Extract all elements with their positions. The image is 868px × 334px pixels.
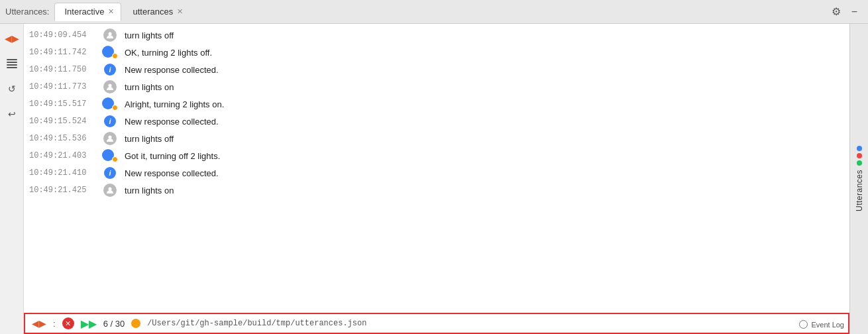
right-panel[interactable]: Utterances xyxy=(849,24,868,334)
utterances-prefix-label: Utterances: xyxy=(5,7,49,17)
timestamp: 10:49:21.410 xyxy=(29,168,95,178)
utterance-text: turn lights on xyxy=(125,82,174,92)
timestamp: 10:49:11.773 xyxy=(29,82,95,91)
timestamp: 10:49:21.425 xyxy=(29,186,95,195)
timestamp: 10:49:11.750 xyxy=(29,65,95,74)
list-item: 10:49:09.454 turn lights off xyxy=(24,27,849,44)
timestamp: 10:49:11.742 xyxy=(29,48,95,57)
event-log-radio[interactable] xyxy=(799,320,808,329)
list-item: 10:49:21.425 turn lights on xyxy=(24,182,849,199)
utterance-text: turn lights on xyxy=(125,186,174,195)
tab-interactive-close[interactable]: ✕ xyxy=(108,8,114,15)
timestamp: 10:49:15.524 xyxy=(29,117,95,126)
svg-rect-1 xyxy=(7,62,17,63)
timestamp: 10:49:15.536 xyxy=(29,134,95,143)
utterances-panel-label[interactable]: Utterances xyxy=(855,170,864,211)
list-item: 10:49:21.403 Got it, turning off 2 light… xyxy=(24,147,849,164)
status-bar: ◀▶ : ✕ ▶▶ 6 / 30 /Users/git/gh-sample/bu… xyxy=(24,313,849,334)
main-area: ◀▶ ↺ ↩ 10:49:09.454 turn li xyxy=(0,24,868,334)
list-item: 10:49:11.750 i New response collected. xyxy=(24,61,849,78)
status-dot-icon xyxy=(131,319,140,328)
user-avatar-icon xyxy=(101,132,119,145)
nav-arrow-icon[interactable]: ◀▶ xyxy=(32,318,46,329)
content-panel: 10:49:09.454 turn lights off 10:49:11.74… xyxy=(24,24,849,334)
svg-rect-3 xyxy=(7,67,17,68)
event-log-area[interactable]: Event Log xyxy=(799,320,844,329)
info-icon: i xyxy=(101,167,119,179)
list-item: 10:49:11.773 turn lights on xyxy=(24,78,849,95)
play-forward-button[interactable]: ▶▶ xyxy=(81,317,97,330)
utterance-text: New response collected. xyxy=(125,117,219,127)
utterances-list[interactable]: 10:49:09.454 turn lights off 10:49:11.74… xyxy=(24,24,849,313)
utterance-text: turn lights off xyxy=(125,134,174,144)
utterance-text: OK, turning 2 lights off. xyxy=(125,48,212,58)
timestamp: 10:49:21.403 xyxy=(29,151,95,160)
utterance-text: Got it, turning off 2 lights. xyxy=(125,151,220,161)
timestamp: 10:49:09.454 xyxy=(29,30,95,40)
progress-counter: 6 / 30 xyxy=(103,319,125,329)
undo-icon[interactable]: ↩ xyxy=(3,105,21,123)
utterances-panel-icon xyxy=(857,146,862,166)
svg-rect-0 xyxy=(7,59,17,60)
list-item: 10:49:15.536 turn lights off xyxy=(24,130,849,147)
stop-button[interactable]: ✕ xyxy=(62,317,74,329)
settings-button[interactable]: ⚙ xyxy=(829,4,843,19)
user-avatar-icon xyxy=(101,28,119,42)
file-path: /Users/git/gh-sample/build/tmp/utterance… xyxy=(147,319,366,328)
list-item: 10:49:11.742 OK, turning 2 lights off. xyxy=(24,44,849,61)
tab-utterances-label: utterances xyxy=(133,7,173,17)
refresh-icon[interactable]: ↺ xyxy=(3,80,21,98)
play-arrow-icon[interactable]: ◀▶ xyxy=(3,29,21,48)
utterance-text: Alright, turning 2 lights on. xyxy=(125,99,224,109)
info-icon: i xyxy=(101,64,119,76)
list-item: 10:49:21.410 i New response collected. xyxy=(24,164,849,182)
utterance-text: New response collected. xyxy=(125,65,219,75)
tab-interactive-label: Interactive xyxy=(64,7,104,17)
svg-point-7 xyxy=(109,188,112,191)
svg-point-6 xyxy=(109,136,112,139)
svg-point-5 xyxy=(109,84,112,87)
tab-utterances[interactable]: utterances ✕ xyxy=(123,3,190,21)
tab-bar: Utterances: Interactive ✕ utterances ✕ ⚙… xyxy=(0,0,868,24)
list-item: 10:49:15.524 i New response collected. xyxy=(24,113,849,130)
timestamp: 10:49:15.517 xyxy=(29,99,95,109)
info-icon: i xyxy=(101,115,119,127)
svg-rect-2 xyxy=(7,64,17,66)
status-colon: : xyxy=(53,319,56,329)
speaker-icon xyxy=(101,46,119,59)
speaker-icon xyxy=(101,149,119,162)
tab-interactive[interactable]: Interactive ✕ xyxy=(54,3,121,21)
list-item: 10:49:15.517 Alright, turning 2 lights o… xyxy=(24,95,849,113)
left-sidebar: ◀▶ ↺ ↩ xyxy=(0,24,24,334)
tab-bar-actions: ⚙ − xyxy=(829,4,868,19)
utterance-text: New response collected. xyxy=(125,168,219,178)
utterance-text: turn lights off xyxy=(125,30,174,40)
user-avatar-icon xyxy=(101,184,119,197)
svg-point-4 xyxy=(109,32,112,36)
event-log-label: Event Log xyxy=(811,321,844,329)
tab-utterances-close[interactable]: ✕ xyxy=(177,8,183,15)
minimize-button[interactable]: − xyxy=(849,5,860,19)
speaker-icon xyxy=(101,97,119,111)
list-view-icon[interactable] xyxy=(3,54,21,73)
user-avatar-icon xyxy=(101,80,119,93)
